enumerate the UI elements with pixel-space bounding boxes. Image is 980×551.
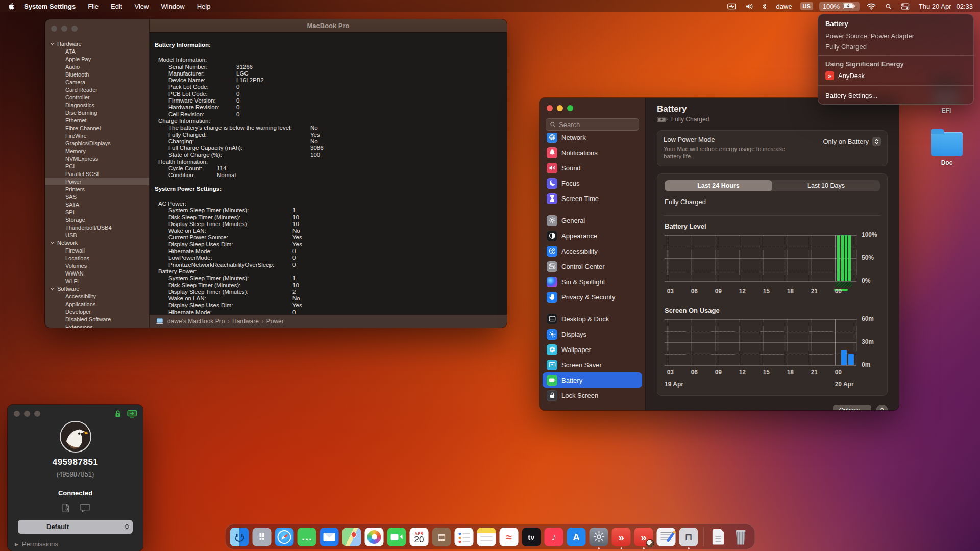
chat-icon[interactable] — [80, 503, 90, 513]
sysinfo-item-power[interactable]: Power — [45, 178, 149, 185]
sysinfo-item-firewall[interactable]: Firewall — [45, 246, 149, 254]
apple-menu-icon[interactable] — [5, 2, 18, 10]
search-input[interactable]: Search — [546, 118, 639, 131]
window-title[interactable]: MacBook Pro — [150, 19, 507, 33]
dock-item-reminders[interactable] — [455, 528, 474, 546]
sidebar-item-accessibility[interactable]: Accessibility — [543, 243, 642, 259]
input-source-badge[interactable]: US — [800, 2, 813, 10]
sysinfo-group-network[interactable]: Network — [45, 239, 149, 246]
sysinfo-item-bluetooth[interactable]: Bluetooth — [45, 70, 149, 78]
window-controls[interactable] — [45, 19, 149, 32]
sysinfo-item-audio[interactable]: Audio — [45, 63, 149, 70]
window-controls[interactable] — [14, 411, 40, 417]
sysinfo-item-wi-fi[interactable]: Wi-Fi — [45, 277, 149, 285]
dock-item-textedit[interactable] — [657, 528, 676, 546]
sysinfo-item-camera[interactable]: Camera — [45, 78, 149, 86]
menu-item-help[interactable]: Help — [191, 0, 216, 12]
sidebar-item-appearance[interactable]: Appearance — [543, 228, 642, 243]
sysinfo-group-hardware[interactable]: Hardware — [45, 40, 149, 47]
sysinfo-item-disabled-software[interactable]: Disabled Software — [45, 315, 149, 323]
sysinfo-item-diagnostics[interactable]: Diagnostics — [45, 101, 149, 109]
dock-item-maps[interactable] — [342, 528, 361, 546]
bluetooth-icon[interactable] — [760, 0, 770, 12]
menu-item-system-settings[interactable]: System Settings — [18, 0, 81, 12]
menu-item-edit[interactable]: Edit — [105, 0, 128, 12]
sidebar-item-network[interactable]: Network — [543, 133, 642, 145]
sysinfo-item-developer[interactable]: Developer — [45, 308, 149, 315]
dock-item-tv[interactable]: tv — [522, 528, 541, 546]
menu-item-file[interactable]: File — [82, 0, 104, 12]
help-button[interactable]: ? — [876, 405, 888, 410]
sysinfo-item-ata[interactable]: ATA — [45, 47, 149, 55]
menu-item-view[interactable]: View — [129, 0, 155, 12]
energy-app-anydesk[interactable]: » AnyDesk — [818, 69, 973, 82]
sidebar-item-lock-screen[interactable]: Lock Screen — [543, 388, 642, 403]
sysinfo-group-software[interactable]: Software — [45, 285, 149, 292]
sysinfo-item-usb[interactable]: USB — [45, 231, 149, 239]
tab-last-24-hours[interactable]: Last 24 Hours — [665, 180, 772, 191]
sysinfo-item-ethernet[interactable]: Ethernet — [45, 116, 149, 124]
sidebar-item-focus[interactable]: Focus — [543, 176, 642, 191]
sysinfo-item-graphics-displays[interactable]: Graphics/Displays — [45, 139, 149, 147]
sidebar-item-displays[interactable]: Displays — [543, 327, 642, 342]
sysinfo-item-firewire[interactable]: FireWire — [45, 132, 149, 139]
sysinfo-item-accessibility[interactable]: Accessibility — [45, 292, 149, 300]
dock-item-mail[interactable] — [320, 528, 339, 546]
sysinfo-item-printers[interactable]: Printers — [45, 185, 149, 193]
sysinfo-item-sas[interactable]: SAS — [45, 193, 149, 201]
dock-item-contacts[interactable]: ▤ — [432, 528, 451, 546]
sysinfo-item-wwan[interactable]: WWAN — [45, 269, 149, 277]
volume-icon[interactable] — [742, 0, 757, 12]
dock-item-photos[interactable] — [365, 528, 384, 546]
dock-item-trash[interactable] — [731, 528, 750, 546]
permissions-disclosure[interactable]: ▶ Permissions — [15, 540, 58, 548]
dock-item-music[interactable]: ♪ — [545, 528, 564, 546]
sysinfo-item-thunderbolt-usb4[interactable]: Thunderbolt/USB4 — [45, 223, 149, 231]
menu-item-window[interactable]: Window — [155, 0, 190, 12]
dock-item-calendar[interactable]: APR20 — [410, 528, 429, 546]
dock-item-facetime[interactable] — [387, 528, 406, 546]
sidebar-item-general[interactable]: General — [543, 213, 642, 228]
sidebar-item-wallpaper[interactable]: Wallpaper — [543, 342, 642, 357]
battery-settings-item[interactable]: Battery Settings... — [818, 89, 973, 101]
sysinfo-item-volumes[interactable]: Volumes — [45, 262, 149, 269]
search-icon[interactable] — [882, 0, 895, 12]
sysinfo-item-storage[interactable]: Storage — [45, 216, 149, 223]
sysinfo-item-pci[interactable]: PCI — [45, 162, 149, 170]
sysinfo-item-applications[interactable]: Applications — [45, 300, 149, 308]
sysinfo-item-sata[interactable]: SATA — [45, 201, 149, 208]
sysinfo-item-controller[interactable]: Controller — [45, 93, 149, 101]
options-button[interactable]: Options... — [833, 405, 871, 410]
dock-item-archive-utility[interactable]: ⊓ — [679, 528, 698, 546]
battery-menu-extra[interactable]: 100% — [819, 2, 860, 11]
sysinfo-item-extensions[interactable]: Extensions — [45, 323, 149, 328]
sysinfo-item-card-reader[interactable]: Card Reader — [45, 86, 149, 93]
sysinfo-item-fibre-channel[interactable]: Fibre Channel — [45, 124, 149, 132]
sysinfo-item-memory[interactable]: Memory — [45, 147, 149, 155]
sysinfo-item-apple-pay[interactable]: Apple Pay — [45, 55, 149, 63]
dock-item-notes[interactable] — [477, 528, 496, 546]
control-center-icon[interactable] — [898, 0, 913, 12]
sidebar-item-desktop-dock[interactable]: Desktop & Dock — [543, 311, 642, 327]
dock-item-safari[interactable] — [275, 528, 294, 546]
menu-bar-clock[interactable]: Thu 20 Apr 02:33 — [916, 3, 975, 10]
username[interactable]: dawe — [773, 3, 795, 10]
dock-item-app-store[interactable]: A — [567, 528, 586, 546]
pulse-icon[interactable] — [724, 0, 739, 12]
profile-select[interactable]: Default — [18, 520, 133, 534]
sidebar-item-sound[interactable]: Sound — [543, 160, 642, 176]
low-power-mode-select[interactable]: Only on Battery — [823, 137, 881, 146]
tab-last-10-days[interactable]: Last 10 Days — [772, 180, 880, 191]
dock-item-launchpad[interactable]: ⠿ — [253, 528, 272, 546]
sysinfo-item-spi[interactable]: SPI — [45, 208, 149, 216]
dock-item-freeform[interactable]: ≈ — [500, 528, 519, 546]
sidebar-item-notifications[interactable]: Notifications — [543, 145, 642, 160]
sidebar-item-screen-time[interactable]: Screen Time — [543, 191, 642, 206]
sysinfo-item-nvmexpress[interactable]: NVMExpress — [45, 155, 149, 162]
sysinfo-item-locations[interactable]: Locations — [45, 254, 149, 262]
window-controls[interactable] — [540, 98, 645, 111]
dock-item-finder[interactable] — [230, 528, 249, 546]
desktop-icon-doc[interactable]: Doc — [926, 132, 967, 166]
sidebar-item-control-center[interactable]: Control Center — [543, 259, 642, 274]
sidebar-item-battery[interactable]: Battery — [543, 372, 642, 388]
